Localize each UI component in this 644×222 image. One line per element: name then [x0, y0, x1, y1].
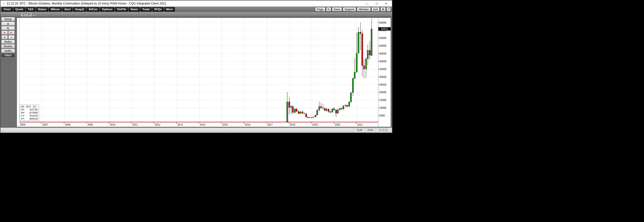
hash-red-button[interactable]: #	[2, 31, 8, 35]
current-price-marker: 60810	[378, 27, 391, 31]
x-label: 2017	[267, 123, 273, 126]
y-tick: 30000	[379, 75, 386, 78]
main-toolbar: ChartQuoteT&SStatusMScanAlertSnapQAllCon…	[1, 7, 392, 12]
toolbar-quote[interactable]: Quote	[13, 7, 25, 12]
toolbar-allcon[interactable]: AllCon	[87, 7, 99, 12]
toolbar-snapq[interactable]: SnapQ	[73, 7, 86, 12]
chart-x-axis: 2006200720082009201020112012201320142015…	[19, 122, 378, 127]
x-label: 2013	[177, 123, 183, 126]
toolbar-status[interactable]: Status	[36, 7, 49, 12]
hash-blue-button[interactable]: #	[2, 35, 8, 39]
y-tick: 10000	[379, 106, 386, 109]
status-clock: 12:22:21	[376, 128, 390, 132]
toolbar-trade[interactable]: Trade	[140, 7, 152, 12]
x-label: 2015	[222, 123, 228, 126]
chart-y-axis: 5000100001500020000250003000035000400004…	[378, 18, 391, 127]
left-panel: Setup ⎙ €| # #↑ # # ReScl Studies <IntD>…	[1, 17, 16, 128]
toolbar-ts[interactable]: T&S	[26, 7, 35, 12]
x-label: 2012	[155, 123, 160, 126]
currency-button[interactable]: €|	[1, 26, 15, 30]
x-label: 2014	[200, 123, 205, 126]
exit-button[interactable]: Exit	[371, 7, 380, 12]
tabs-row: BTC,M +	[1, 12, 392, 17]
currency-icon: €|	[7, 27, 9, 30]
help-icon[interactable]: ?	[386, 7, 391, 12]
window-button[interactable]: Window	[357, 7, 371, 12]
title-bar: ⁘ 12:22:20 BTC - Bitcoin (Globex), Month…	[1, 1, 392, 7]
y-tick: 35000	[379, 68, 386, 70]
x-label: 2018	[290, 123, 295, 126]
toolbar-mscan[interactable]: MScan	[49, 7, 62, 12]
hash-row-2: # #	[1, 35, 15, 39]
toolbar-alert[interactable]: Alert	[62, 7, 73, 12]
app-icon: ⁘	[2, 2, 6, 6]
intd-button[interactable]: <IntD>	[1, 49, 15, 53]
hash-row-1: # #↑	[1, 31, 15, 35]
y-tick: 50000	[379, 44, 386, 47]
body-row: Setup ⎙ €| # #↑ # # ReScl Studies <IntD>…	[1, 17, 392, 128]
chart-left-strip	[17, 18, 19, 127]
hist-button[interactable]: <Hist>	[1, 53, 15, 57]
tab-add-button[interactable]: +	[32, 12, 36, 16]
status-bar: NUM P004 12:22:21	[1, 128, 392, 133]
y-tick: 55000	[379, 37, 386, 39]
app-window: ⁘ 12:22:20 BTC - Bitcoin (Globex), Month…	[0, 0, 392, 133]
chart-canvas[interactable]: 2006200720082009201020112012201320142015…	[19, 18, 378, 127]
status-page: P004	[365, 128, 376, 132]
y-tick: 5000	[379, 114, 385, 117]
tab-label: BTC,M	[22, 13, 30, 16]
maximize-button[interactable]: ☐	[372, 1, 381, 6]
tab-btc-monthly[interactable]: BTC,M	[21, 12, 32, 16]
ohlc-overlay: 01 Oct 21 O= 43735 H= 67680 L= 43330 C= …	[20, 105, 39, 121]
toolbar-ordtkt[interactable]: OrdTkt	[115, 7, 128, 12]
y-tick: 15000	[379, 99, 386, 101]
setup-button[interactable]: Setup	[1, 17, 15, 21]
toolbar-rfqs[interactable]: RFQs	[152, 7, 164, 12]
title-time: 12:22:20	[7, 2, 18, 5]
settings-icon[interactable]: ⚙	[380, 7, 386, 12]
chart-inner[interactable]: 2006200720082009201020112012201320142015…	[17, 18, 391, 127]
toolbar-chart[interactable]: Chart	[2, 7, 13, 12]
status-num: NUM	[354, 128, 365, 132]
print-icon: ⎙	[7, 22, 9, 25]
title-text: BTC - Bitcoin (Globex), Monthly Continua…	[20, 2, 166, 5]
close-button[interactable]: ✕	[381, 1, 391, 6]
minimize-button[interactable]: —	[362, 1, 372, 6]
hash-orange-button[interactable]: #	[8, 35, 15, 39]
studies-button[interactable]: Studies	[1, 44, 15, 48]
x-label: 2016	[245, 123, 250, 126]
x-label: 2019	[312, 123, 318, 126]
x-label: 2020	[335, 123, 340, 126]
x-label: 2007	[42, 123, 48, 126]
y-tick: 25000	[379, 83, 386, 86]
toolbar-more[interactable]: More	[164, 7, 175, 12]
toolbar-news[interactable]: News	[129, 7, 140, 12]
y-tick: 65000	[379, 21, 386, 24]
refresh-button[interactable]: ↻	[326, 7, 331, 12]
y-tick: 40000	[379, 60, 386, 63]
print-button[interactable]: ⎙	[1, 22, 15, 26]
save-button[interactable]: Save	[332, 7, 342, 12]
support-button[interactable]: Support	[343, 7, 356, 12]
x-label: 2006	[20, 123, 25, 126]
y-tick: 20000	[379, 91, 386, 94]
x-label: 2011	[132, 123, 138, 126]
y-tick: 45000	[379, 52, 386, 55]
chart-area: 2006200720082009201020112012201320142015…	[16, 17, 392, 128]
toolbar-options[interactable]: Options	[100, 7, 115, 12]
hash-up-button[interactable]: #↑	[8, 31, 15, 35]
x-label: 2010	[110, 123, 115, 126]
x-label: 2021	[357, 123, 363, 126]
x-label: 2008	[65, 123, 70, 126]
page-button[interactable]: Page	[315, 7, 326, 12]
x-label: 2009	[87, 123, 93, 126]
rescale-button[interactable]: ReScl	[1, 40, 15, 44]
